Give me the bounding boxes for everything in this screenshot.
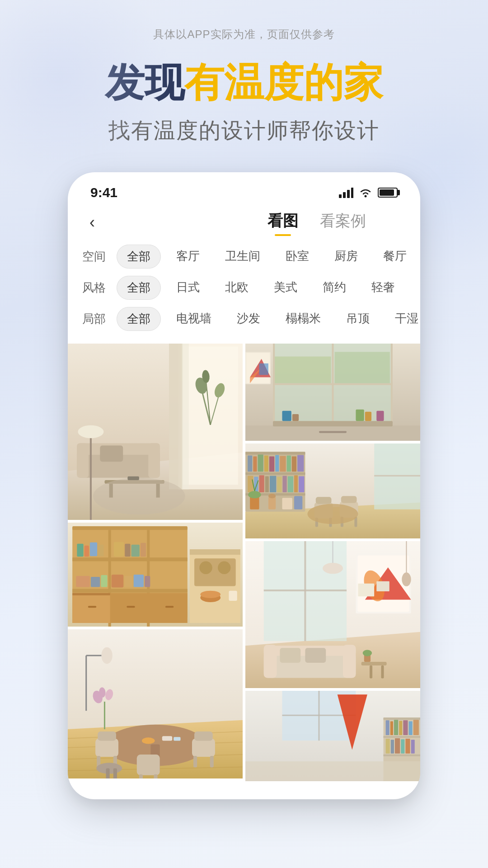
- filter-row-style: 风格 全部 日式 北欧 美式 简约 轻奢: [82, 276, 406, 300]
- chip-ceiling[interactable]: 吊顶: [336, 307, 380, 331]
- svg-rect-130: [269, 457, 274, 472]
- svg-rect-123: [245, 452, 305, 455]
- svg-point-73: [101, 647, 112, 664]
- svg-rect-45: [91, 577, 100, 587]
- chip-kitchen[interactable]: 厨房: [324, 245, 368, 269]
- room-scene-6: [245, 541, 420, 688]
- svg-rect-80: [95, 739, 118, 757]
- svg-rect-59: [194, 559, 236, 586]
- room-image-4[interactable]: [245, 443, 420, 538]
- svg-point-162: [307, 504, 358, 524]
- svg-rect-38: [90, 542, 97, 557]
- svg-rect-115: [365, 412, 371, 421]
- image-grid: [68, 338, 420, 781]
- back-button[interactable]: ‹: [86, 209, 99, 236]
- signal-icon: [339, 187, 353, 198]
- svg-rect-53: [72, 593, 110, 595]
- svg-rect-150: [268, 497, 276, 509]
- svg-rect-131: [275, 455, 279, 472]
- svg-rect-8: [183, 347, 238, 485]
- svg-rect-48: [124, 576, 132, 587]
- svg-rect-129: [264, 456, 268, 472]
- svg-rect-138: [259, 476, 264, 493]
- svg-rect-50: [145, 576, 150, 587]
- filter-label-part: 局部: [82, 311, 109, 327]
- chip-dry-wet[interactable]: 干湿: [385, 307, 420, 331]
- svg-rect-87: [210, 756, 214, 767]
- filter-label-style: 风格: [82, 280, 109, 296]
- svg-rect-90: [154, 774, 157, 778]
- svg-rect-173: [376, 581, 389, 591]
- svg-rect-47: [112, 575, 123, 588]
- svg-rect-89: [139, 774, 143, 778]
- room-scene-7: [245, 691, 420, 781]
- svg-rect-2: [347, 190, 350, 198]
- svg-rect-110: [245, 426, 420, 441]
- chip-luxury[interactable]: 轻奢: [361, 276, 405, 300]
- chip-all-space[interactable]: 全部: [117, 245, 161, 269]
- svg-rect-202: [399, 721, 402, 736]
- svg-rect-58: [190, 549, 240, 555]
- svg-rect-141: [277, 477, 282, 493]
- svg-rect-153: [294, 496, 302, 509]
- svg-rect-55: [127, 606, 135, 608]
- svg-rect-19: [77, 443, 88, 478]
- svg-rect-39: [98, 545, 103, 556]
- chip-living[interactable]: 客厅: [166, 245, 210, 269]
- svg-rect-204: [409, 722, 413, 736]
- room-image-5[interactable]: [68, 629, 243, 778]
- wifi-icon: [359, 187, 372, 198]
- svg-rect-81: [98, 731, 116, 741]
- chip-all-part[interactable]: 全部: [117, 307, 161, 331]
- tab-view-image[interactable]: 看图: [267, 211, 298, 234]
- svg-rect-203: [403, 721, 408, 736]
- tab-view-cases[interactable]: 看案例: [320, 211, 366, 234]
- svg-point-186: [402, 573, 411, 587]
- chip-nordic[interactable]: 北欧: [215, 276, 258, 300]
- chip-japanese[interactable]: 日式: [166, 276, 210, 300]
- room-image-1[interactable]: [68, 344, 243, 520]
- svg-rect-104: [335, 352, 390, 383]
- filter-label-space: 空间: [82, 249, 109, 264]
- chip-tatami[interactable]: 榻榻米: [276, 307, 331, 331]
- chip-sofa[interactable]: 沙发: [227, 307, 270, 331]
- chip-dining[interactable]: 餐厅: [373, 245, 417, 269]
- chip-american[interactable]: 美式: [264, 276, 307, 300]
- nav-tabs: 看图 看案例: [267, 211, 366, 234]
- phone-mockup: 9:41: [68, 172, 420, 799]
- svg-rect-3: [351, 188, 353, 198]
- room-image-7[interactable]: [245, 691, 420, 781]
- svg-rect-41: [125, 544, 130, 557]
- chip-bedroom[interactable]: 卧室: [276, 245, 319, 269]
- svg-rect-111: [273, 421, 393, 426]
- svg-rect-10: [182, 344, 189, 489]
- svg-rect-49: [134, 575, 144, 587]
- svg-rect-142: [282, 476, 286, 493]
- svg-rect-134: [292, 457, 296, 472]
- svg-rect-116: [376, 411, 384, 421]
- svg-rect-126: [248, 456, 252, 472]
- svg-rect-112: [282, 411, 291, 421]
- svg-rect-200: [390, 722, 393, 736]
- hero-title-dark: 发现: [105, 60, 184, 105]
- left-column: [68, 344, 243, 781]
- svg-rect-128: [258, 455, 263, 472]
- room-image-6[interactable]: [245, 541, 420, 688]
- svg-rect-132: [280, 456, 286, 472]
- svg-point-147: [248, 491, 261, 498]
- svg-rect-56: [165, 606, 174, 608]
- chip-minimal[interactable]: 简约: [313, 276, 356, 300]
- svg-rect-42: [131, 545, 140, 557]
- nav-bar: ‹ 看图 看案例: [68, 205, 420, 245]
- room-image-3[interactable]: [68, 523, 243, 627]
- svg-rect-92: [106, 769, 110, 778]
- svg-rect-196: [384, 717, 420, 720]
- room-image-2[interactable]: [245, 344, 420, 441]
- chip-all-style[interactable]: 全部: [117, 276, 161, 300]
- right-column: [245, 344, 420, 781]
- chip-tv-wall[interactable]: 电视墙: [166, 307, 221, 331]
- svg-rect-172: [358, 584, 375, 597]
- chip-bathroom[interactable]: 卫生间: [215, 245, 270, 269]
- svg-rect-199: [386, 721, 389, 736]
- hero-subtitle: 找有温度的设计师帮你设计: [108, 116, 380, 145]
